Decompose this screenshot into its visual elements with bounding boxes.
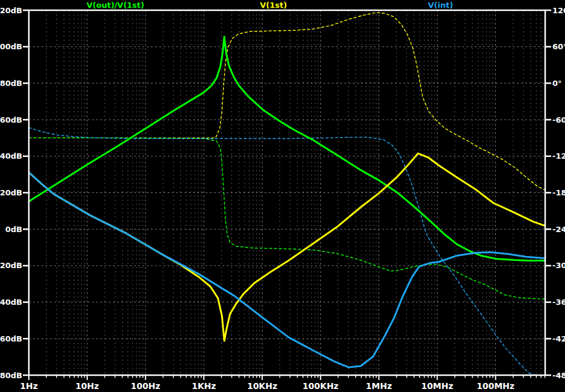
axis-label-freq: 10MHz [421,381,453,391]
axis-label-deg: -180° [552,188,565,197]
axis-label-db: 100dB [0,42,22,51]
axis-label-deg: -420° [552,334,565,343]
axis-label-deg: 60° [552,42,565,51]
traces [29,13,545,375]
axis-label-db: -40dB [0,298,22,307]
axis-label-freq: 10Hz [75,381,99,391]
legend-v1st[interactable]: V(1st) [260,1,287,10]
axis-label-freq: 1MHz [366,381,392,391]
axis-label-freq: 100Hz [131,381,160,391]
axis-label-db: 40dB [0,152,22,161]
axis-label-deg: -480° [552,371,565,380]
trace-vout-v1st-magnitude [29,37,545,260]
axis-label-db: -20dB [0,261,22,270]
trace-vint-magnitude [29,173,545,367]
legend-vint[interactable]: V(int) [428,1,453,10]
axis-label-deg: -300° [552,261,565,270]
axis-label-db: -60dB [0,334,22,343]
bode-plot-window: 120dB100dB80dB60dB40dB20dB0dB-20dB-40dB-… [0,0,565,392]
axis-label-freq: 1KHz [192,381,216,391]
axis-label-deg: -60° [552,115,565,124]
axis-label-db: 80dB [0,79,22,88]
trace-vint-phase [29,127,536,375]
axis-label-freq: 1Hz [20,381,38,391]
bode-plot-canvas: 120dB100dB80dB60dB40dB20dB0dB-20dB-40dB-… [0,0,565,392]
trace-vout-v1st-phase [29,138,545,299]
axis-label-deg: 120° [552,6,565,15]
axis-label-deg: -120° [552,152,565,161]
axis-label-freq: 100MHz [477,381,515,391]
axis-label-db: -80dB [0,371,22,380]
axis-label-deg: 0° [552,79,562,88]
trace-v1st-magnitude [29,153,545,341]
axis-label-deg: -360° [552,298,565,307]
legend-vout-v1st[interactable]: V(out)/V(1st) [87,1,144,10]
trace-v1st-phase [29,13,545,191]
grid [29,10,545,375]
axis-label-db: 0dB [5,225,22,234]
axis-label-db: 60dB [0,115,22,124]
axis-label-db: 120dB [0,6,22,15]
axis-label-db: 20dB [0,188,22,197]
axis-label-freq: 10KHz [247,381,277,391]
axis-label-freq: 100KHz [302,381,338,391]
axis-label-deg: -240° [552,225,565,234]
